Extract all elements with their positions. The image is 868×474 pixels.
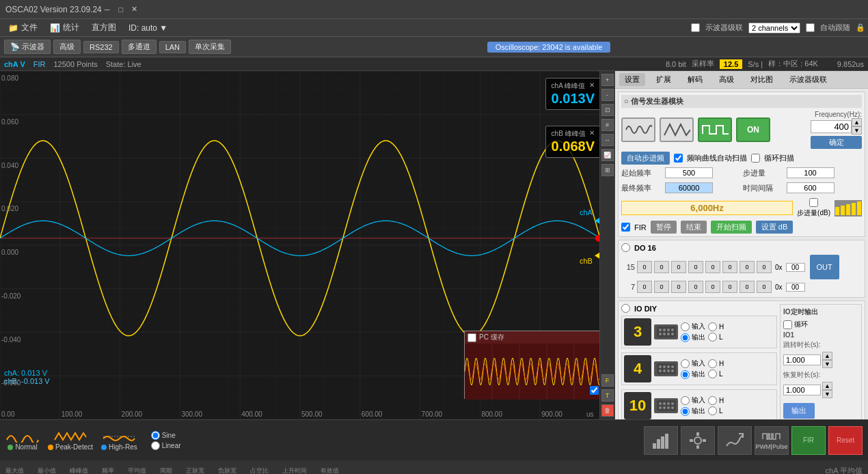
auto-step-btn[interactable]: 自动步进频 xyxy=(621,152,670,165)
F-btn[interactable]: F xyxy=(601,374,614,387)
duration-input[interactable] xyxy=(783,354,821,365)
start-freq-input[interactable] xyxy=(665,167,713,178)
start-scan-btn[interactable]: 开始扫频 xyxy=(711,221,752,234)
do16-r2-b4[interactable]: 0 xyxy=(705,281,720,293)
do16-r1-b5[interactable]: 0 xyxy=(722,261,737,273)
do16-r1-b3[interactable]: 0 xyxy=(688,261,703,273)
sine-radio[interactable] xyxy=(151,431,160,440)
do16-r2-hex[interactable] xyxy=(786,283,805,292)
io1-l-radio[interactable] xyxy=(708,333,717,341)
restore-input[interactable] xyxy=(783,385,821,395)
do16-r1-b6[interactable]: 0 xyxy=(740,261,755,273)
maximize-btn[interactable]: □ xyxy=(116,4,126,15)
do16-r1-hex[interactable] xyxy=(786,263,805,272)
freq-confirm-btn[interactable]: 确定 xyxy=(811,136,862,149)
eraser-icon[interactable]: 🗑 xyxy=(601,404,614,417)
io-output-btn[interactable]: 输出 xyxy=(783,403,815,419)
fit-btn[interactable]: ⊡ xyxy=(601,104,614,116)
do16-out-btn[interactable]: OUT xyxy=(810,255,839,279)
wave-pwm-btn[interactable]: PWM|Pulse xyxy=(755,426,789,455)
restore-down-btn[interactable]: ▼ xyxy=(822,390,832,398)
sine-wave-btn[interactable] xyxy=(621,117,655,142)
freq-input[interactable] xyxy=(811,120,852,133)
do16-r2-b0[interactable]: 0 xyxy=(637,281,652,293)
grid-btn[interactable]: # xyxy=(601,119,614,131)
wave-gear-btn[interactable] xyxy=(681,426,715,455)
menu-stats[interactable]: 📊 统计 xyxy=(44,20,85,35)
step-input[interactable] xyxy=(787,167,835,178)
tab-decode[interactable]: 解码 xyxy=(682,73,708,86)
linear-radio[interactable] xyxy=(151,441,160,450)
io2-h-radio[interactable] xyxy=(708,359,717,368)
tab-expand[interactable]: 扩展 xyxy=(651,73,677,86)
io-loop-cb[interactable] xyxy=(783,320,792,329)
tab-compare[interactable]: 对比图 xyxy=(745,73,778,86)
freq-down-btn[interactable]: ▼ xyxy=(852,126,862,135)
toolbar-advanced[interactable]: 高级 xyxy=(53,40,81,54)
io3-l-radio[interactable] xyxy=(708,406,717,415)
do16-r2-b2[interactable]: 0 xyxy=(671,281,686,293)
wave-bar-chart-btn[interactable] xyxy=(644,426,678,455)
do16-r2-b3[interactable]: 0 xyxy=(688,281,703,293)
toolbar-rs232[interactable]: RS232 xyxy=(83,41,119,53)
arrow-btn[interactable]: ↔ xyxy=(601,134,614,146)
osc-union-cb[interactable] xyxy=(691,23,700,32)
toolbar-single[interactable]: 单次采集 xyxy=(189,40,231,54)
menu-file[interactable]: 📁 📁 文件 文件 xyxy=(3,20,43,35)
do16-r1-b1[interactable]: 0 xyxy=(654,261,669,273)
io3-out-radio[interactable] xyxy=(681,407,690,416)
minimize-btn[interactable]: ─ xyxy=(102,4,113,15)
chb-close-btn[interactable]: ✕ xyxy=(589,129,595,139)
T-btn[interactable]: T xyxy=(601,389,614,402)
fir-btn[interactable]: FIR xyxy=(791,426,826,455)
reset-btn[interactable]: Reset xyxy=(828,426,863,455)
toolbar-lan[interactable]: LAN xyxy=(159,41,186,53)
normal-mode[interactable]: Normal xyxy=(5,430,40,451)
io3-in-radio[interactable] xyxy=(681,396,690,405)
chart-btn[interactable]: 📈 xyxy=(601,149,614,161)
toolbar-osc[interactable]: 📡 示波器 xyxy=(4,40,51,54)
end-btn[interactable]: 结束 xyxy=(681,221,707,234)
menu-histogram[interactable]: 直方图 xyxy=(86,20,122,35)
pc-buffer-cb[interactable] xyxy=(467,333,476,342)
time-interval-input[interactable] xyxy=(787,182,835,193)
freq-up-btn[interactable]: ▲ xyxy=(852,118,862,126)
set-db-btn[interactable]: 设置 dB xyxy=(756,221,794,234)
step-db-cb[interactable] xyxy=(809,198,818,207)
do16-r2-b6[interactable]: 0 xyxy=(740,281,755,293)
io2-in-radio[interactable] xyxy=(681,359,690,368)
cha-close-btn[interactable]: ✕ xyxy=(589,81,595,91)
pc-buf-select-cb[interactable] xyxy=(590,386,599,395)
auto-random-cb[interactable] xyxy=(806,23,815,32)
triangle-wave-btn[interactable] xyxy=(660,117,694,142)
do16-r1-b7[interactable]: 0 xyxy=(757,261,772,273)
io-diy-radio[interactable] xyxy=(621,304,630,313)
channels-select[interactable]: 2 channels xyxy=(748,23,800,33)
pause-btn[interactable]: 暂停 xyxy=(651,221,677,234)
high-res-mode[interactable]: High-Res xyxy=(101,430,137,451)
tab-advanced[interactable]: 高级 xyxy=(714,73,740,86)
io1-h-radio[interactable] xyxy=(708,322,717,331)
fir-cb[interactable] xyxy=(621,223,630,232)
square-wave-btn[interactable] xyxy=(698,117,732,142)
io2-l-radio[interactable] xyxy=(708,370,717,378)
io1-out-radio[interactable] xyxy=(681,333,690,342)
do16-r2-b7[interactable]: 0 xyxy=(757,281,772,293)
sig-on-btn[interactable]: ON xyxy=(736,117,770,142)
wave-trend-btn[interactable] xyxy=(718,426,752,455)
loop-scan-cb[interactable] xyxy=(751,154,760,163)
io2-out-radio[interactable] xyxy=(681,370,690,379)
do16-r2-b1[interactable]: 0 xyxy=(654,281,669,293)
end-freq-input[interactable] xyxy=(665,182,713,193)
duration-down-btn[interactable]: ▼ xyxy=(822,360,832,368)
toolbar-multichannel[interactable]: 多通道 xyxy=(122,40,157,54)
menu-id[interactable]: ID: auto ▼ xyxy=(123,22,173,34)
duration-up-btn[interactable]: ▲ xyxy=(822,352,832,360)
zoom-in-btn[interactable]: + xyxy=(601,74,614,86)
grid2-btn[interactable]: ⊞ xyxy=(601,164,614,176)
restore-up-btn[interactable]: ▲ xyxy=(822,382,832,390)
do16-r2-b5[interactable]: 0 xyxy=(722,281,737,293)
io1-in-radio[interactable] xyxy=(681,322,690,331)
zoom-out-btn[interactable]: - xyxy=(601,89,614,101)
io3-h-radio[interactable] xyxy=(708,396,717,405)
